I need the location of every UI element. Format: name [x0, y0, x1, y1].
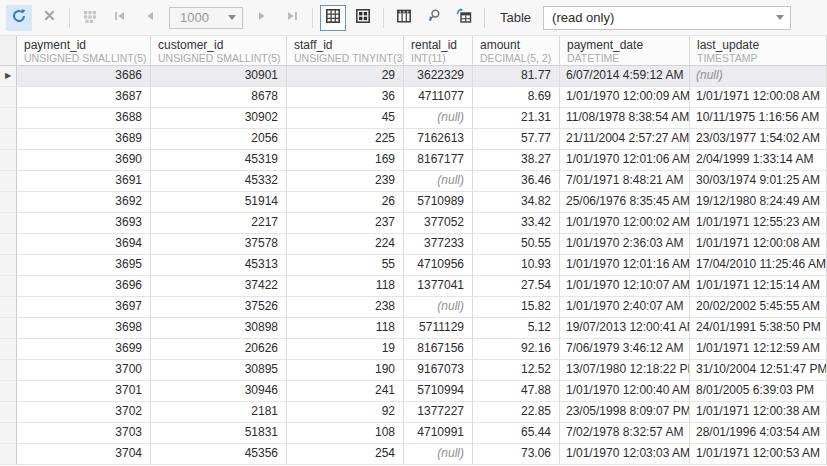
cell-last_update[interactable]: 1/01/1971 12:55:23 AM	[690, 213, 827, 234]
form-view-button[interactable]	[350, 5, 376, 31]
cell-payment_date[interactable]: 6/07/2014 4:59:12 AM	[560, 66, 690, 87]
cell-payment_id[interactable]: 3700	[17, 360, 151, 381]
row-selector[interactable]	[0, 213, 17, 234]
cell-staff_id[interactable]: 29	[287, 66, 404, 87]
cell-customer_id[interactable]: 37526	[151, 297, 287, 318]
row-selector[interactable]	[0, 150, 17, 171]
cell-payment_id[interactable]: 3695	[17, 255, 151, 276]
cell-staff_id[interactable]: 118	[287, 276, 404, 297]
previous-page-button[interactable]	[137, 5, 163, 31]
row-selector[interactable]	[0, 423, 17, 444]
select-all-corner[interactable]	[0, 36, 17, 65]
cell-payment_date[interactable]: 1/01/1970 12:00:09 AM	[560, 87, 690, 108]
cell-payment_date[interactable]: 7/01/1971 8:48:21 AM	[560, 171, 690, 192]
row-limit-select[interactable]: 1000	[169, 7, 243, 29]
row-selector[interactable]	[0, 402, 17, 423]
cell-customer_id[interactable]: 8678	[151, 87, 287, 108]
cell-payment_date[interactable]: 1/01/1970 2:40:07 AM	[560, 297, 690, 318]
export-resultset-button[interactable]	[451, 5, 477, 31]
cell-rental_id[interactable]: 1377227	[404, 402, 473, 423]
cell-amount[interactable]: 34.82	[473, 192, 560, 213]
cell-last_update[interactable]: 30/03/1974 9:01:25 AM	[690, 171, 827, 192]
cell-customer_id[interactable]: 30946	[151, 381, 287, 402]
cell-staff_id[interactable]: 108	[287, 423, 404, 444]
cell-rental_id[interactable]: (null)	[404, 297, 473, 318]
cell-payment_id[interactable]: 3701	[17, 381, 151, 402]
column-header-last_update[interactable]: last_updateTIMESTAMP	[690, 36, 827, 65]
row-selector[interactable]	[0, 339, 17, 360]
cell-rental_id[interactable]: (null)	[404, 108, 473, 129]
row-selector[interactable]	[0, 360, 17, 381]
cell-amount[interactable]: 5.12	[473, 318, 560, 339]
cell-amount[interactable]: 92.16	[473, 339, 560, 360]
cell-customer_id[interactable]: 51914	[151, 192, 287, 213]
row-selector[interactable]	[0, 297, 17, 318]
cell-last_update[interactable]: 24/01/1991 5:38:50 PM	[690, 318, 827, 339]
cell-payment_id[interactable]: 3689	[17, 129, 151, 150]
cell-customer_id[interactable]: 45313	[151, 255, 287, 276]
cell-amount[interactable]: 21.31	[473, 108, 560, 129]
row-selector[interactable]	[0, 234, 17, 255]
cell-payment_date[interactable]: 7/02/1978 8:32:57 AM	[560, 423, 690, 444]
cell-rental_id[interactable]: 8167156	[404, 339, 473, 360]
cell-rental_id[interactable]: (null)	[404, 171, 473, 192]
cell-amount[interactable]: 81.77	[473, 66, 560, 87]
cell-last_update[interactable]: 1/01/1971 12:00:53 AM	[690, 444, 827, 465]
cell-customer_id[interactable]: 45319	[151, 150, 287, 171]
cell-payment_id[interactable]: 3692	[17, 192, 151, 213]
row-selector[interactable]: ▶	[0, 66, 17, 87]
cell-rental_id[interactable]: 377052	[404, 213, 473, 234]
cell-payment_date[interactable]: 1/01/1970 12:10:07 AM	[560, 276, 690, 297]
row-selector[interactable]	[0, 381, 17, 402]
cell-payment_date[interactable]: 25/06/1976 8:35:45 AM	[560, 192, 690, 213]
cell-staff_id[interactable]: 45	[287, 108, 404, 129]
cell-payment_date[interactable]: 21/11/2004 2:57:27 AM	[560, 129, 690, 150]
cell-payment_date[interactable]: 1/01/1970 12:01:06 AM	[560, 150, 690, 171]
cell-payment_date[interactable]: 1/01/1970 12:00:02 AM	[560, 213, 690, 234]
cell-amount[interactable]: 33.42	[473, 213, 560, 234]
cell-staff_id[interactable]: 55	[287, 255, 404, 276]
cell-last_update[interactable]: 20/02/2002 5:45:55 AM	[690, 297, 827, 318]
cell-rental_id[interactable]: 5710994	[404, 381, 473, 402]
cell-staff_id[interactable]: 254	[287, 444, 404, 465]
fetch-all-rows-button[interactable]	[77, 5, 103, 31]
cell-customer_id[interactable]: 30898	[151, 318, 287, 339]
cell-last_update[interactable]: 23/03/1977 1:54:02 AM	[690, 129, 827, 150]
cell-staff_id[interactable]: 239	[287, 171, 404, 192]
cell-staff_id[interactable]: 26	[287, 192, 404, 213]
cell-customer_id[interactable]: 45332	[151, 171, 287, 192]
cell-staff_id[interactable]: 118	[287, 318, 404, 339]
cell-staff_id[interactable]: 190	[287, 360, 404, 381]
cell-last_update[interactable]: 1/01/1971 12:00:08 AM	[690, 87, 827, 108]
grid-view-button[interactable]	[320, 5, 346, 31]
cell-rental_id[interactable]: 4710956	[404, 255, 473, 276]
cell-payment_date[interactable]: 7/06/1979 3:46:12 AM	[560, 339, 690, 360]
cell-amount[interactable]: 47.88	[473, 381, 560, 402]
cell-payment_id[interactable]: 3687	[17, 87, 151, 108]
column-header-rental_id[interactable]: rental_idINT(11)	[404, 36, 473, 65]
cell-payment_id[interactable]: 3686	[17, 66, 151, 87]
cell-payment_date[interactable]: 1/01/1970 12:00:40 AM	[560, 381, 690, 402]
cell-amount[interactable]: 65.44	[473, 423, 560, 444]
cell-amount[interactable]: 38.27	[473, 150, 560, 171]
column-header-customer_id[interactable]: customer_idUNSIGNED SMALLINT(5)	[151, 36, 287, 65]
cell-rental_id[interactable]: 8167177	[404, 150, 473, 171]
cell-rental_id[interactable]: 3622329	[404, 66, 473, 87]
column-header-payment_date[interactable]: payment_dateDATETIME	[560, 36, 690, 65]
cell-payment_id[interactable]: 3702	[17, 402, 151, 423]
cell-payment_date[interactable]: 11/08/1978 8:38:54 AM	[560, 108, 690, 129]
cell-payment_id[interactable]: 3691	[17, 171, 151, 192]
row-selector[interactable]	[0, 108, 17, 129]
cell-last_update[interactable]: 10/11/1975 1:16:56 AM	[690, 108, 827, 129]
cell-amount[interactable]: 73.06	[473, 444, 560, 465]
cell-amount[interactable]: 27.54	[473, 276, 560, 297]
cell-last_update[interactable]: (null)	[690, 66, 827, 87]
cell-customer_id[interactable]: 2181	[151, 402, 287, 423]
cell-customer_id[interactable]: 37422	[151, 276, 287, 297]
cell-rental_id[interactable]: 4711077	[404, 87, 473, 108]
search-rows-button[interactable]	[421, 5, 447, 31]
cell-rental_id[interactable]: 5710989	[404, 192, 473, 213]
cell-customer_id[interactable]: 37578	[151, 234, 287, 255]
cell-payment_id[interactable]: 3704	[17, 444, 151, 465]
cell-amount[interactable]: 57.77	[473, 129, 560, 150]
